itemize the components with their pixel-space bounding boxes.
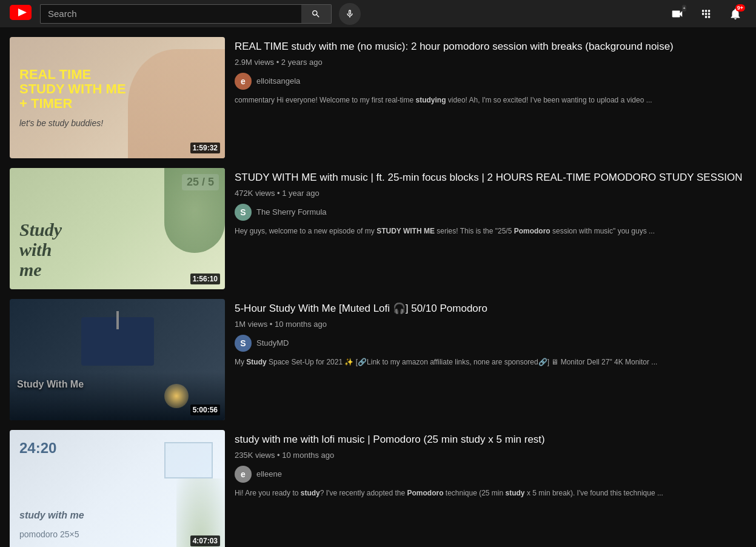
thumbnail: 24:20 study with me pomodoro 25×5 4:07:0…: [10, 430, 225, 547]
notifications-button[interactable]: 9+: [724, 3, 746, 25]
thumbnail: Study With Me 5:00:56: [10, 299, 225, 420]
video-info: STUDY WITH ME with music | ft. 25-min fo…: [235, 168, 746, 237]
video-title: REAL TIME study with me (no music): 2 ho…: [235, 39, 746, 54]
video-meta: 1M views • 10 months ago: [235, 320, 746, 329]
channel-avatar: S: [235, 204, 252, 221]
channel-row: e elleene: [235, 466, 746, 483]
header: + 9+: [0, 0, 756, 27]
notification-badge: 9+: [735, 4, 745, 12]
youtube-logo: [10, 5, 28, 23]
create-button[interactable]: +: [666, 3, 688, 25]
duration-badge: 1:59:32: [190, 143, 220, 153]
duration-badge: 4:07:03: [190, 535, 220, 546]
video-meta: 235K views • 10 months ago: [235, 451, 746, 460]
video-title: 5-Hour Study With Me [Muted Lofi 🎧] 50/1…: [235, 301, 746, 316]
duration-badge: 5:00:56: [190, 404, 220, 415]
video-description: commentary Hi everyone! Welcome to my fi…: [235, 95, 746, 106]
list-item[interactable]: 25 / 5 Studywithme 1:56:10 STUDY WITH ME…: [0, 163, 756, 294]
mic-button[interactable]: [339, 3, 361, 25]
video-description: Hi! Are you ready to study? I've recentl…: [235, 488, 746, 498]
video-info: study with me with lofi music | Pomodoro…: [235, 430, 746, 498]
video-info: 5-Hour Study With Me [Muted Lofi 🎧] 50/1…: [235, 299, 746, 367]
video-list: REAL TIMEstudy with me+ timer let's be s…: [0, 27, 756, 547]
video-title: study with me with lofi music | Pomodoro…: [235, 432, 746, 447]
list-item[interactable]: REAL TIMEstudy with me+ timer let's be s…: [0, 32, 756, 163]
channel-name: elleene: [256, 469, 282, 478]
thumbnail: REAL TIMEstudy with me+ timer let's be s…: [10, 37, 225, 158]
duration-badge: 1:56:10: [190, 274, 220, 284]
video-description: Hey guys, welcome to a new episode of my…: [235, 226, 746, 237]
list-item[interactable]: 24:20 study with me pomodoro 25×5 4:07:0…: [0, 425, 756, 547]
search-input[interactable]: [40, 4, 301, 24]
channel-avatar: e: [235, 466, 252, 483]
channel-row: e elloitsangela: [235, 73, 746, 90]
apps-button[interactable]: [695, 3, 717, 25]
video-title: STUDY WITH ME with music | ft. 25-min fo…: [235, 170, 746, 185]
list-item[interactable]: Study With Me 5:00:56 5-Hour Study With …: [0, 294, 756, 425]
video-meta: 2.9M views • 2 years ago: [235, 58, 746, 67]
channel-name: The Sherry Formula: [256, 207, 327, 216]
channel-avatar: e: [235, 73, 252, 90]
channel-avatar: S: [235, 335, 252, 352]
channel-name: elloitsangela: [256, 76, 300, 86]
channel-row: S The Sherry Formula: [235, 204, 746, 221]
channel-row: S StudyMD: [235, 335, 746, 352]
video-meta: 472K views • 1 year ago: [235, 189, 746, 198]
search-button[interactable]: [301, 4, 332, 24]
channel-name: StudyMD: [256, 338, 289, 347]
search-bar: [40, 4, 332, 24]
video-info: REAL TIME study with me (no music): 2 ho…: [235, 37, 746, 106]
video-description: My Study Space Set-Up for 2021 ✨ [🔗Link …: [235, 357, 746, 367]
thumbnail: 25 / 5 Studywithme 1:56:10: [10, 168, 225, 289]
